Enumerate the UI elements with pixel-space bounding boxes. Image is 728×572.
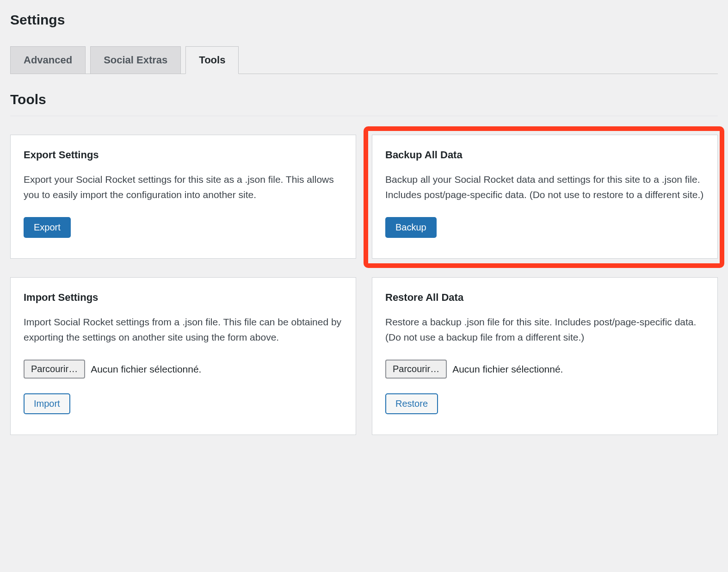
tools-grid: Export Settings Export your Social Rocke… — [10, 135, 718, 435]
import-button[interactable]: Import — [24, 393, 70, 414]
tab-advanced[interactable]: Advanced — [10, 46, 86, 74]
import-title: Import Settings — [24, 292, 343, 304]
import-file-status: Aucun fichier sélectionné. — [91, 364, 201, 375]
restore-browse-button[interactable]: Parcourir… — [385, 360, 447, 379]
backup-desc: Backup all your Social Rocket data and s… — [385, 172, 704, 202]
tabs: Advanced Social Extras Tools — [10, 46, 718, 74]
card-backup: Backup All Data Backup all your Social R… — [372, 135, 718, 259]
page-title: Settings — [10, 12, 718, 28]
backup-title: Backup All Data — [385, 149, 704, 161]
export-title: Export Settings — [24, 149, 343, 161]
restore-file-status: Aucun fichier sélectionné. — [452, 364, 563, 375]
restore-desc: Restore a backup .json file for this sit… — [385, 315, 704, 345]
import-desc: Import Social Rocket settings from a .js… — [24, 315, 343, 345]
backup-button[interactable]: Backup — [385, 217, 437, 238]
restore-button[interactable]: Restore — [385, 393, 438, 414]
card-import: Import Settings Import Social Rocket set… — [10, 277, 356, 435]
import-file-row: Parcourir… Aucun fichier sélectionné. — [24, 360, 343, 379]
export-button[interactable]: Export — [24, 217, 71, 238]
export-desc: Export your Social Rocket settings for t… — [24, 172, 343, 202]
import-browse-button[interactable]: Parcourir… — [24, 360, 85, 379]
tab-tools[interactable]: Tools — [185, 46, 239, 74]
divider — [10, 116, 718, 116]
card-export: Export Settings Export your Social Rocke… — [10, 135, 356, 259]
section-title: Tools — [10, 92, 718, 107]
card-restore: Restore All Data Restore a backup .json … — [372, 277, 718, 435]
restore-title: Restore All Data — [385, 292, 704, 304]
tab-social-extras[interactable]: Social Extras — [90, 46, 181, 74]
restore-file-row: Parcourir… Aucun fichier sélectionné. — [385, 360, 704, 379]
